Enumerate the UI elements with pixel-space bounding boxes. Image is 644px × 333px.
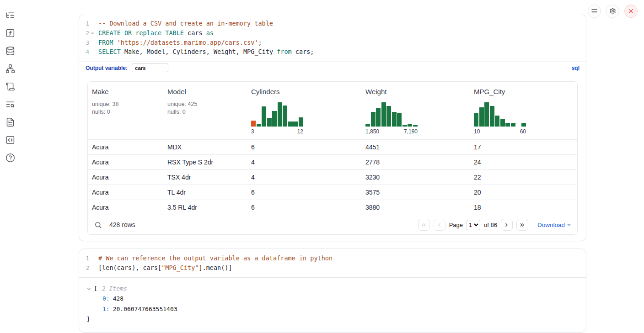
histogram-bars[interactable]	[251, 102, 303, 127]
histogram-bar[interactable]	[397, 113, 402, 127]
histogram-bar[interactable]	[371, 112, 376, 127]
sql-code-editor[interactable]: 1-- Download a CSV and create an in-memo…	[79, 14, 586, 61]
stat-line: unique: 425	[167, 100, 243, 108]
document-icon[interactable]	[4, 116, 16, 128]
table-row[interactable]: AcuraTL 4dr6357520	[88, 185, 577, 200]
output-variable-input[interactable]	[132, 63, 168, 72]
token-comment: # We can reference the output variable a…	[98, 254, 333, 262]
histogram-bar[interactable]	[278, 102, 282, 127]
histogram-bar[interactable]	[386, 106, 391, 127]
token-comment: -- Download a CSV and create an in-memor…	[98, 20, 273, 27]
table-row[interactable]: AcuraTSX 4dr4323022	[88, 169, 577, 185]
table-cell: MDX	[163, 140, 247, 154]
histogram-bar[interactable]	[257, 124, 261, 127]
python-cell: 1# We can reference the output variable …	[79, 248, 586, 333]
page-select[interactable]: 1	[467, 220, 480, 230]
text-search-icon[interactable]	[4, 98, 16, 110]
search-icon[interactable]	[94, 221, 102, 229]
histogram-bar[interactable]	[490, 106, 494, 127]
open-bracket: [	[94, 284, 97, 294]
column-header-mpg_city[interactable]: MPG_City1060	[470, 88, 577, 135]
histogram-bar[interactable]	[484, 102, 489, 127]
code-line[interactable]: 2[len(cars), cars["MPG_City"].mean()]	[79, 264, 586, 273]
histogram-bar[interactable]	[262, 106, 266, 127]
close-button[interactable]	[624, 5, 638, 18]
histogram-bar[interactable]	[474, 113, 478, 127]
histogram-bar[interactable]	[381, 102, 386, 127]
collapse-chevron-icon[interactable]	[86, 286, 91, 291]
first-page-button[interactable]	[418, 219, 430, 231]
tree-entry[interactable]: 0:428	[86, 294, 579, 304]
scroll-icon[interactable]	[4, 80, 16, 92]
histogram-min-label: 10	[474, 128, 480, 135]
help-icon[interactable]	[4, 152, 16, 164]
histogram-bar[interactable]	[511, 123, 515, 127]
column-header-make[interactable]: Makeunique: 38nulls: 0	[88, 88, 163, 135]
histogram-bar[interactable]	[376, 108, 381, 127]
table-cell: 18	[470, 200, 577, 215]
table-row[interactable]: AcuraRSX Type S 2dr4277824	[88, 154, 577, 169]
download-button[interactable]: Download	[537, 222, 572, 228]
language-badge: sql	[572, 65, 580, 71]
column-header-model[interactable]: Modelunique: 425nulls: 0	[163, 88, 247, 135]
histogram-labels: 312	[251, 128, 303, 135]
histogram-bars[interactable]	[474, 102, 526, 127]
items-count-label: 2 Items	[102, 284, 127, 294]
histogram-max-label: 12	[297, 128, 303, 135]
histogram-bar[interactable]	[402, 125, 407, 127]
dependency-graph-icon[interactable]	[4, 63, 16, 74]
line-number: 2	[79, 264, 89, 273]
histogram-bar[interactable]	[408, 124, 412, 127]
function-icon[interactable]	[4, 27, 16, 39]
tree-entry[interactable]: 1:20.060747663551403	[86, 304, 579, 315]
last-page-button[interactable]	[516, 219, 528, 231]
column-header-weight[interactable]: Weight1,8507,190	[361, 88, 470, 135]
settings-button[interactable]	[606, 5, 619, 18]
histogram-bar[interactable]	[299, 117, 303, 127]
histogram-bar[interactable]	[293, 122, 298, 127]
histogram-bars[interactable]	[365, 102, 418, 127]
fold-chevron-icon[interactable]	[89, 29, 95, 38]
snippets-icon[interactable]	[4, 134, 16, 146]
table-cell: 20	[470, 185, 577, 200]
histogram-bar[interactable]	[505, 123, 510, 127]
histogram-bar[interactable]	[288, 122, 293, 127]
tree-entry-value: 20.060747663551403	[113, 306, 177, 312]
histogram-min-label: 3	[251, 128, 254, 135]
histogram-bar[interactable]	[413, 125, 418, 127]
histogram-bar[interactable]	[521, 123, 526, 127]
histogram-bar[interactable]	[283, 106, 287, 127]
table-row[interactable]: Acura3.5 RL 4dr6388018	[88, 200, 577, 215]
code-text: -- Download a CSV and create an in-memor…	[95, 19, 273, 28]
histogram-bar[interactable]	[495, 116, 499, 127]
table-cell: Acura	[88, 155, 163, 169]
histogram-bar[interactable]	[267, 118, 272, 127]
table-cell: 24	[470, 155, 577, 169]
histogram-bar[interactable]	[392, 112, 397, 127]
table-cell: 6	[247, 200, 361, 215]
code-line[interactable]: 1# We can reference the output variable …	[79, 254, 586, 264]
table-row[interactable]: AcuraMDX6445117	[88, 139, 577, 154]
output-variable-label: Output variable:	[86, 65, 128, 71]
histogram-bar[interactable]	[479, 107, 484, 127]
hamburger-menu-button[interactable]	[588, 5, 601, 18]
chevron-left-icon	[436, 222, 442, 228]
code-line[interactable]: 4SELECT Make, Model, Cylinders, Weight, …	[79, 48, 586, 57]
code-line[interactable]: 1-- Download a CSV and create an in-memo…	[79, 19, 586, 29]
next-page-button[interactable]	[501, 219, 513, 231]
code-line[interactable]: 2CREATE OR replace TABLE cars as	[79, 29, 586, 38]
prev-page-button[interactable]	[434, 219, 445, 231]
python-code-editor[interactable]: 1# We can reference the output variable …	[79, 249, 586, 277]
file-tree-icon[interactable]	[4, 9, 16, 21]
database-icon[interactable]	[4, 45, 16, 57]
token-plain: cars	[184, 29, 206, 37]
histogram-bar[interactable]	[251, 121, 256, 127]
code-text: SELECT Make, Model, Cylinders, Weight, M…	[95, 48, 314, 57]
histogram-bar[interactable]	[500, 119, 505, 127]
table-cell: 6	[247, 140, 361, 154]
column-header-cylinders[interactable]: Cylinders312	[247, 88, 361, 135]
left-toolbar	[0, 0, 20, 164]
histogram-bar[interactable]	[272, 111, 277, 127]
code-line[interactable]: 3FROM 'https://datasets.marimo.app/cars.…	[79, 38, 586, 48]
histogram-bar[interactable]	[365, 124, 370, 127]
